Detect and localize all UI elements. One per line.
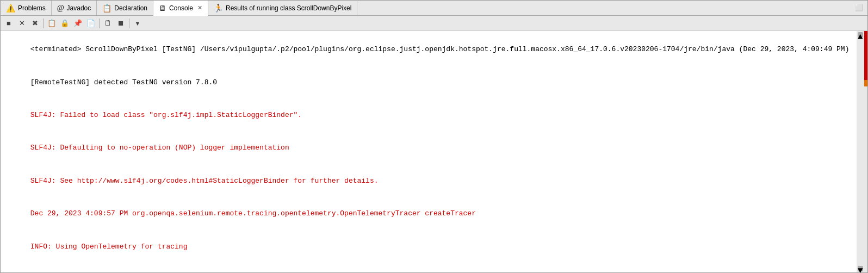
scroll-up-arrow[interactable]: ▲ [858,32,863,38]
console-close-button[interactable]: ✕ [197,4,202,11]
console-icon: 🖥 [159,4,166,13]
tab-problems-label: Problems [18,4,46,12]
tab-declaration-label: Declaration [114,4,147,12]
declaration-icon: 📋 [102,4,111,13]
scroll-track [857,39,864,265]
remove-launch-button[interactable]: ✕ [16,17,28,29]
pin-button[interactable]: 📌 [72,17,84,29]
console-line-1: SLF4J: Failed to load class "org.slf4j.i… [30,111,302,119]
console-toolbar: ■ ✕ ✖ 📋 🔒 📌 📄 🗒 ⏹ ▼ [1,16,867,31]
tab-console[interactable]: 🖥 Console ✕ [153,1,208,16]
remove-all-terminated-button[interactable]: ✖ [29,17,41,29]
tab-declaration[interactable]: 📋 Declaration [97,1,153,15]
separator-2 [99,18,100,28]
tab-results[interactable]: 🏃 Results of running class ScrollDownByP… [208,1,357,15]
display-selected-console-button[interactable]: ⏹ [115,17,127,29]
console-line-2: SLF4J: Defaulting to no-operation (NOP) … [30,144,289,152]
problems-icon: ⚠️ [6,4,15,13]
tab-javadoc[interactable]: @ Javadoc [52,1,97,15]
error-marker-orange [864,80,867,86]
error-gutter [864,31,867,272]
maximize-button[interactable]: ⬜ [851,1,867,15]
console-output[interactable]: <terminated> ScrollDownByPixel [TestNG] … [1,31,857,272]
console-line-3: SLF4J: See http://www.slf4j.org/codes.ht… [30,177,379,185]
results-icon: 🏃 [214,4,223,13]
terminated-line: <terminated> ScrollDownByPixel [TestNG] … [30,45,850,53]
new-console-button[interactable]: 📄 [85,17,97,29]
javadoc-icon: @ [57,4,64,13]
separator-1 [43,18,44,28]
console-line-0: [RemoteTestNG] detected TestNG version 7… [30,78,217,86]
separator-3 [129,18,129,28]
open-console-button[interactable]: 🗒 [102,17,114,29]
console-line-4: Dec 29, 2023 4:09:57 PM org.openqa.selen… [30,209,476,218]
vertical-scrollbar[interactable]: ▲ ▼ [857,31,864,272]
console-wrapper: <terminated> ScrollDownByPixel [TestNG] … [1,31,867,272]
eclipse-window: ⚠️ Problems @ Javadoc 📋 Declaration 🖥 Co… [0,0,868,273]
tab-bar: ⚠️ Problems @ Javadoc 📋 Declaration 🖥 Co… [1,1,867,16]
tab-results-label: Results of running class ScrollDownByPix… [226,4,351,12]
stop-button[interactable]: ■ [3,17,15,29]
tab-problems[interactable]: ⚠️ Problems [1,1,52,15]
scroll-down-arrow[interactable]: ▼ [858,266,863,271]
console-line-5: INFO: Using OpenTelemetry for tracing [30,243,188,251]
lock-button[interactable]: 🔒 [59,17,71,29]
view-menu-button[interactable]: ▼ [132,17,144,29]
copy-button[interactable]: 📋 [46,17,58,29]
error-marker-red [864,31,867,80]
tab-console-label: Console [169,4,193,12]
tab-spacer [357,1,851,15]
tab-javadoc-label: Javadoc [67,4,91,12]
